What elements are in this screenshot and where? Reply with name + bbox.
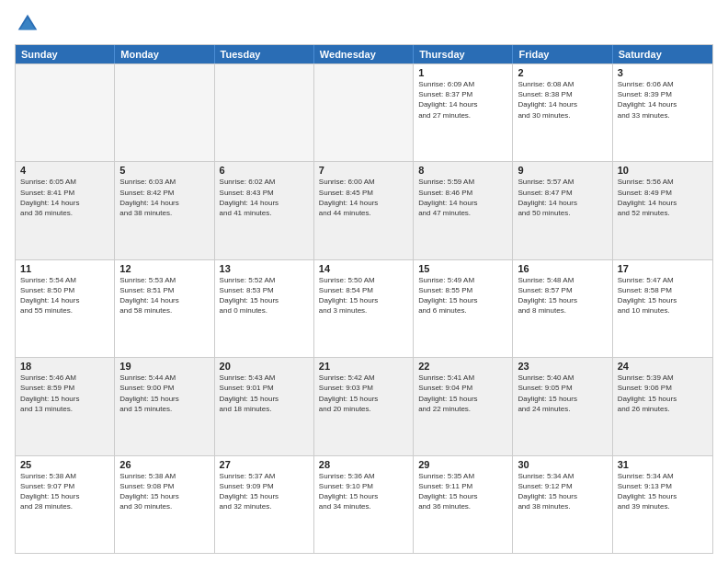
day-cell: 14Sunrise: 5:50 AM Sunset: 8:54 PM Dayli… xyxy=(314,260,414,357)
day-number: 27 xyxy=(220,459,309,470)
day-info: Sunrise: 5:42 AM Sunset: 9:03 PM Dayligh… xyxy=(319,373,408,414)
logo-icon xyxy=(15,11,40,37)
day-info: Sunrise: 5:59 AM Sunset: 8:46 PM Dayligh… xyxy=(418,177,507,218)
day-number: 17 xyxy=(618,263,708,274)
calendar: SundayMondayTuesdayWednesdayThursdayFrid… xyxy=(15,44,713,554)
day-number: 15 xyxy=(418,263,507,274)
day-number: 4 xyxy=(20,165,109,176)
day-info: Sunrise: 5:50 AM Sunset: 8:54 PM Dayligh… xyxy=(319,275,408,316)
day-info: Sunrise: 5:46 AM Sunset: 8:59 PM Dayligh… xyxy=(20,373,109,414)
week-row-1: 1Sunrise: 6:09 AM Sunset: 8:37 PM Daylig… xyxy=(16,63,712,161)
day-cell xyxy=(314,64,414,161)
day-info: Sunrise: 5:38 AM Sunset: 9:07 PM Dayligh… xyxy=(20,471,109,512)
day-number: 19 xyxy=(119,361,209,372)
day-cell: 24Sunrise: 5:39 AM Sunset: 9:06 PM Dayli… xyxy=(613,358,712,454)
day-cell: 4Sunrise: 6:05 AM Sunset: 8:41 PM Daylig… xyxy=(16,162,115,259)
day-cell: 18Sunrise: 5:46 AM Sunset: 8:59 PM Dayli… xyxy=(16,358,115,454)
day-info: Sunrise: 5:34 AM Sunset: 9:13 PM Dayligh… xyxy=(618,471,708,512)
day-cell: 10Sunrise: 5:56 AM Sunset: 8:49 PM Dayli… xyxy=(613,162,712,259)
day-cell: 30Sunrise: 5:34 AM Sunset: 9:12 PM Dayli… xyxy=(513,456,612,553)
day-cell: 26Sunrise: 5:38 AM Sunset: 9:08 PM Dayli… xyxy=(115,456,214,553)
header-cell-tuesday: Tuesday xyxy=(215,45,314,63)
day-number: 12 xyxy=(119,263,209,274)
day-info: Sunrise: 6:08 AM Sunset: 8:38 PM Dayligh… xyxy=(518,79,607,121)
header-cell-wednesday: Wednesday xyxy=(314,45,414,63)
header-cell-thursday: Thursday xyxy=(414,45,513,63)
day-cell: 16Sunrise: 5:48 AM Sunset: 8:57 PM Dayli… xyxy=(513,260,612,357)
day-number: 22 xyxy=(418,361,507,372)
day-number: 26 xyxy=(119,459,209,470)
day-number: 5 xyxy=(119,165,209,176)
day-number: 16 xyxy=(518,263,607,274)
day-cell: 12Sunrise: 5:53 AM Sunset: 8:51 PM Dayli… xyxy=(115,260,214,357)
day-cell: 17Sunrise: 5:47 AM Sunset: 8:58 PM Dayli… xyxy=(613,260,712,357)
day-info: Sunrise: 6:05 AM Sunset: 8:41 PM Dayligh… xyxy=(20,177,109,218)
header-cell-sunday: Sunday xyxy=(16,45,115,63)
logo xyxy=(15,11,44,37)
day-number: 7 xyxy=(319,165,408,176)
day-number: 13 xyxy=(220,263,309,274)
day-info: Sunrise: 5:35 AM Sunset: 9:11 PM Dayligh… xyxy=(418,471,507,512)
day-number: 10 xyxy=(618,165,708,176)
day-cell: 20Sunrise: 5:43 AM Sunset: 9:01 PM Dayli… xyxy=(215,358,314,454)
day-cell: 23Sunrise: 5:40 AM Sunset: 9:05 PM Dayli… xyxy=(513,358,612,454)
day-number: 29 xyxy=(418,459,507,470)
day-cell: 6Sunrise: 6:02 AM Sunset: 8:43 PM Daylig… xyxy=(215,162,314,259)
calendar-header: SundayMondayTuesdayWednesdayThursdayFrid… xyxy=(16,45,712,63)
day-info: Sunrise: 5:52 AM Sunset: 8:53 PM Dayligh… xyxy=(220,275,309,316)
day-cell: 31Sunrise: 5:34 AM Sunset: 9:13 PM Dayli… xyxy=(613,456,712,553)
day-info: Sunrise: 5:47 AM Sunset: 8:58 PM Dayligh… xyxy=(618,275,708,316)
day-cell: 22Sunrise: 5:41 AM Sunset: 9:04 PM Dayli… xyxy=(414,358,513,454)
header-cell-saturday: Saturday xyxy=(613,45,712,63)
day-number: 24 xyxy=(618,361,708,372)
day-info: Sunrise: 6:09 AM Sunset: 8:37 PM Dayligh… xyxy=(418,79,507,121)
day-cell: 29Sunrise: 5:35 AM Sunset: 9:11 PM Dayli… xyxy=(414,456,513,553)
week-row-2: 4Sunrise: 6:05 AM Sunset: 8:41 PM Daylig… xyxy=(16,161,712,259)
day-cell: 13Sunrise: 5:52 AM Sunset: 8:53 PM Dayli… xyxy=(215,260,314,357)
day-cell xyxy=(215,64,314,161)
day-number: 8 xyxy=(418,165,507,176)
day-number: 9 xyxy=(518,165,607,176)
day-cell: 1Sunrise: 6:09 AM Sunset: 8:37 PM Daylig… xyxy=(414,64,513,161)
day-cell: 2Sunrise: 6:08 AM Sunset: 8:38 PM Daylig… xyxy=(513,64,612,161)
day-cell: 27Sunrise: 5:37 AM Sunset: 9:09 PM Dayli… xyxy=(215,456,314,553)
day-info: Sunrise: 5:54 AM Sunset: 8:50 PM Dayligh… xyxy=(20,275,109,316)
day-info: Sunrise: 5:38 AM Sunset: 9:08 PM Dayligh… xyxy=(119,471,209,512)
day-cell: 7Sunrise: 6:00 AM Sunset: 8:45 PM Daylig… xyxy=(314,162,414,259)
day-cell: 28Sunrise: 5:36 AM Sunset: 9:10 PM Dayli… xyxy=(314,456,414,553)
day-cell: 8Sunrise: 5:59 AM Sunset: 8:46 PM Daylig… xyxy=(414,162,513,259)
day-info: Sunrise: 5:53 AM Sunset: 8:51 PM Dayligh… xyxy=(119,275,209,316)
day-number: 1 xyxy=(418,67,507,78)
day-info: Sunrise: 5:37 AM Sunset: 9:09 PM Dayligh… xyxy=(220,471,309,512)
day-info: Sunrise: 5:41 AM Sunset: 9:04 PM Dayligh… xyxy=(418,373,507,414)
day-info: Sunrise: 6:00 AM Sunset: 8:45 PM Dayligh… xyxy=(319,177,408,218)
week-row-3: 11Sunrise: 5:54 AM Sunset: 8:50 PM Dayli… xyxy=(16,259,712,357)
day-info: Sunrise: 6:02 AM Sunset: 8:43 PM Dayligh… xyxy=(220,177,309,218)
day-cell: 19Sunrise: 5:44 AM Sunset: 9:00 PM Dayli… xyxy=(115,358,214,454)
calendar-body: 1Sunrise: 6:09 AM Sunset: 8:37 PM Daylig… xyxy=(16,63,712,553)
day-number: 2 xyxy=(518,67,607,78)
week-row-5: 25Sunrise: 5:38 AM Sunset: 9:07 PM Dayli… xyxy=(16,455,712,553)
day-info: Sunrise: 5:43 AM Sunset: 9:01 PM Dayligh… xyxy=(220,373,309,414)
day-info: Sunrise: 5:40 AM Sunset: 9:05 PM Dayligh… xyxy=(518,373,607,414)
day-number: 21 xyxy=(319,361,408,372)
day-number: 28 xyxy=(319,459,408,470)
day-cell: 21Sunrise: 5:42 AM Sunset: 9:03 PM Dayli… xyxy=(314,358,414,454)
day-cell: 5Sunrise: 6:03 AM Sunset: 8:42 PM Daylig… xyxy=(115,162,214,259)
header-cell-friday: Friday xyxy=(513,45,612,63)
day-info: Sunrise: 5:36 AM Sunset: 9:10 PM Dayligh… xyxy=(319,471,408,512)
day-number: 30 xyxy=(518,459,607,470)
day-number: 25 xyxy=(20,459,109,470)
page: SundayMondayTuesdayWednesdayThursdayFrid… xyxy=(0,0,728,563)
day-number: 20 xyxy=(220,361,309,372)
day-info: Sunrise: 5:44 AM Sunset: 9:00 PM Dayligh… xyxy=(119,373,209,414)
day-cell: 15Sunrise: 5:49 AM Sunset: 8:55 PM Dayli… xyxy=(414,260,513,357)
day-cell xyxy=(16,64,115,161)
day-cell: 9Sunrise: 5:57 AM Sunset: 8:47 PM Daylig… xyxy=(513,162,612,259)
day-info: Sunrise: 5:56 AM Sunset: 8:49 PM Dayligh… xyxy=(618,177,708,218)
week-row-4: 18Sunrise: 5:46 AM Sunset: 8:59 PM Dayli… xyxy=(16,357,712,454)
day-number: 11 xyxy=(20,263,109,274)
header-cell-monday: Monday xyxy=(115,45,214,63)
day-info: Sunrise: 5:57 AM Sunset: 8:47 PM Dayligh… xyxy=(518,177,607,218)
day-cell: 3Sunrise: 6:06 AM Sunset: 8:39 PM Daylig… xyxy=(613,64,712,161)
